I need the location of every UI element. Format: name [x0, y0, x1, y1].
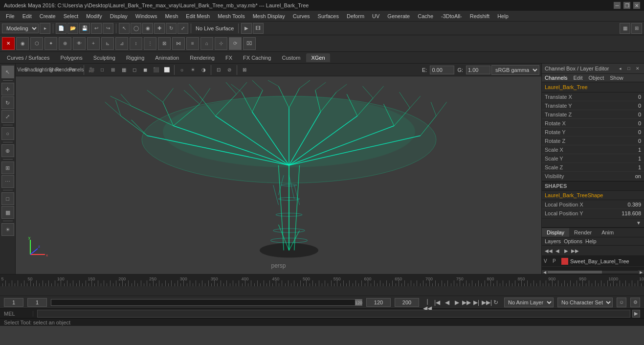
viewport-canvas[interactable]: x y z persp — [16, 76, 541, 274]
vp-cam-btn[interactable]: 🎥 — [87, 65, 96, 75]
range-end-input[interactable] — [366, 298, 391, 307]
menu-display[interactable]: Display — [106, 12, 132, 20]
undo-btn[interactable]: ↩ — [91, 23, 102, 34]
menu-mesh-display[interactable]: Mesh Display — [249, 12, 289, 20]
loop-btn[interactable]: ↻ — [491, 298, 500, 307]
snap-curve-btn[interactable]: ⋯ — [1, 175, 14, 188]
channel-translate-y[interactable]: Translate Y 0 — [542, 101, 644, 110]
select-tool-btn[interactable]: ↖ — [1, 66, 14, 78]
shelf-btn-12[interactable]: ⊠ — [158, 37, 171, 50]
menu-deform[interactable]: Deform — [343, 12, 368, 20]
shelf-btn-11[interactable]: ⋮ — [144, 37, 156, 50]
menu-cache[interactable]: Cache — [414, 12, 437, 20]
cb-tab-edit[interactable]: Edit — [570, 74, 585, 82]
redo-btn[interactable]: ↪ — [103, 23, 113, 34]
next-key-btn[interactable]: ▶| — [472, 298, 481, 307]
scrollbar-track[interactable] — [548, 271, 638, 274]
menu-create[interactable]: Create — [36, 12, 60, 20]
layer-menu-layers[interactable]: Layers — [545, 238, 561, 244]
command-input[interactable] — [37, 310, 630, 318]
tab-sculpting[interactable]: Sculpting — [89, 53, 120, 62]
layer-tab-display[interactable]: Display — [542, 228, 569, 237]
menu-surfaces[interactable]: Surfaces — [314, 12, 343, 20]
cb-dock-btn[interactable]: ◂ — [617, 65, 623, 72]
scrollbar-thumb[interactable] — [548, 271, 602, 274]
minimize-button[interactable]: ─ — [614, 2, 621, 9]
vp-film-btn[interactable]: □ — [97, 65, 107, 75]
shelf-btn-13[interactable]: ⋈ — [172, 37, 185, 50]
layer-nav-prev-btn[interactable]: ◀ — [554, 247, 561, 254]
vp-lighting-menu[interactable]: Lighting — [39, 65, 49, 75]
layer-nav-end-btn[interactable]: ▶▶ — [571, 247, 579, 254]
show-manip-btn[interactable]: ⊕ — [1, 144, 14, 157]
snap-grid-btn[interactable]: ⊞ — [1, 161, 14, 174]
shelf-btn-2[interactable]: ◉ — [16, 37, 29, 50]
menu-file[interactable]: File — [2, 12, 19, 20]
restore-button[interactable]: ❐ — [623, 2, 630, 9]
cb-float-btn[interactable]: □ — [625, 65, 632, 72]
select-btn[interactable]: ↖ — [119, 23, 130, 34]
layer-nav-next-btn[interactable]: ▶ — [562, 247, 570, 254]
cb-close-btn[interactable]: ✕ — [634, 65, 641, 72]
channel-rotate-z[interactable]: Rotate Z 0 — [542, 137, 644, 145]
menu-3dto[interactable]: -3DtoAll- — [437, 12, 466, 20]
shelf-btn-3[interactable]: ⬡ — [30, 37, 43, 50]
shelf-btn-17[interactable]: ⟳ — [229, 37, 242, 50]
grid-toggle-btn[interactable]: ▦ — [1, 206, 14, 219]
scroll-left-btn[interactable]: ◀ — [542, 270, 548, 274]
snap-btn[interactable]: ⊞ — [631, 23, 642, 34]
gamma-select[interactable]: sRGB gamma — [491, 65, 539, 75]
open-btn[interactable]: 📂 — [67, 23, 78, 34]
vp-shade3-btn[interactable]: ⬛ — [151, 65, 161, 75]
channel-scale-y[interactable]: Scale Y 1 — [542, 154, 644, 163]
vp-panels-menu[interactable]: Panels — [71, 65, 81, 75]
layer-item-default[interactable]: V P Sweet_Bay_Laurel_Tree — [542, 256, 644, 267]
camera-btn[interactable]: □ — [1, 192, 14, 205]
char-set-select[interactable]: No Character Set — [557, 298, 613, 307]
vp-hud-btn[interactable]: ⊠ — [240, 65, 249, 75]
tab-curves-surfaces[interactable]: Curves / Surfaces — [2, 53, 54, 62]
max-range-input[interactable] — [395, 298, 419, 307]
menu-edit-mesh[interactable]: Edit Mesh — [182, 12, 214, 20]
expand-btn[interactable]: ▼ — [635, 219, 642, 226]
channel-scale-x[interactable]: Scale X 1 — [542, 145, 644, 154]
layer-nav-up-btn[interactable]: ◀◀ — [545, 247, 553, 254]
vp-light1-btn[interactable]: ☼ — [177, 65, 187, 75]
prefs-btn[interactable]: ⚙ — [630, 298, 640, 307]
tab-xgen[interactable]: XGen — [306, 53, 330, 62]
menu-generate[interactable]: Generate — [383, 12, 414, 20]
layer-menu-options[interactable]: Options — [564, 238, 582, 244]
menu-uv[interactable]: UV — [368, 12, 383, 20]
menu-select[interactable]: Select — [60, 12, 83, 20]
light-btn[interactable]: ☀ — [1, 223, 14, 236]
paint-btn[interactable]: ◉ — [142, 23, 153, 34]
new-scene-btn[interactable]: 📄 — [56, 23, 67, 34]
channel-translate-z[interactable]: Translate Z 0 — [542, 110, 644, 119]
channel-scale-z[interactable]: Scale Z 1 — [542, 163, 644, 172]
timeline-ruler[interactable]: 5501001502002503003504004505005506006507… — [0, 275, 644, 286]
shelf-btn-9[interactable]: ⊿ — [115, 37, 128, 50]
channel-rotate-x[interactable]: Rotate X 0 — [542, 119, 644, 128]
menu-mesh[interactable]: Mesh — [161, 12, 182, 20]
vp-shadow-btn[interactable]: ◑ — [199, 65, 208, 75]
shelf-btn-5[interactable]: ⊕ — [59, 37, 71, 50]
channel-local-pos-x[interactable]: Local Position X 0.389 — [542, 200, 644, 209]
vp-aa-btn[interactable]: ⊘ — [224, 65, 234, 75]
layer-tab-render[interactable]: Render — [569, 228, 597, 237]
vp-wire-btn[interactable]: ⬜ — [162, 65, 172, 75]
render-btn[interactable]: ▶ — [241, 23, 252, 34]
menu-help[interactable]: Help — [493, 12, 512, 20]
shelf-btn-18[interactable]: ⌧ — [243, 37, 256, 50]
channel-translate-x[interactable]: Translate X 0 — [542, 92, 644, 101]
gamma-input[interactable] — [466, 66, 490, 74]
scale-tool-btn[interactable]: ⤢ — [1, 110, 14, 123]
mode-select[interactable]: Modeling — [2, 23, 39, 33]
scale-btn[interactable]: ⤢ — [178, 23, 188, 34]
play-end-btn[interactable]: ▶▶| — [482, 298, 490, 307]
rotate-tool-btn[interactable]: ↻ — [1, 96, 14, 109]
play-btn[interactable]: ▶ — [452, 298, 461, 307]
vp-light2-btn[interactable]: ☀ — [188, 65, 198, 75]
ipr-btn[interactable]: 🎞 — [253, 23, 264, 34]
play-start-btn[interactable]: |◀◀ — [423, 298, 432, 307]
shelf-btn-15[interactable]: ⌂ — [200, 37, 213, 50]
